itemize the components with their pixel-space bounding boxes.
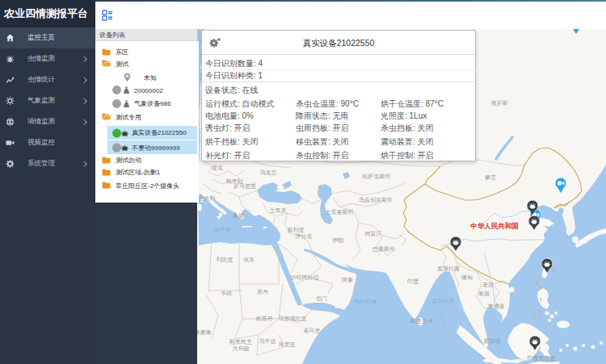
svg-text:肯尼亚: 肯尼亚 — [279, 341, 296, 347]
svg-text:新加坡: 新加坡 — [484, 337, 501, 344]
svg-text:斯里兰卡: 斯里兰卡 — [410, 318, 433, 324]
svg-text:刚果民主: 刚果民主 — [229, 338, 252, 345]
svg-text:孟加拉国: 孟加拉国 — [437, 266, 460, 272]
svg-text:伊拉克: 伊拉克 — [296, 233, 313, 240]
svg-text:南苏丹: 南苏丹 — [256, 316, 273, 321]
svg-text:柬埔寨: 柬埔寨 — [488, 303, 505, 310]
svg-text:共和国: 共和国 — [233, 345, 250, 352]
svg-text:蒙古: 蒙古 — [485, 174, 496, 181]
svg-text:埃及: 埃及 — [242, 257, 255, 262]
svg-text:中华人民共和国: 中华人民共和国 — [470, 222, 519, 230]
svg-text:意大利: 意大利 — [199, 195, 216, 202]
svg-text:印度: 印度 — [407, 278, 419, 285]
svg-text:喀麦隆: 喀麦隆 — [197, 329, 212, 336]
svg-text:地中海: 地中海 — [213, 227, 231, 233]
svg-text:土耳其: 土耳其 — [270, 207, 287, 214]
svg-text:也门: 也门 — [316, 295, 327, 301]
svg-text:印度尼西亚: 印度尼西亚 — [528, 355, 556, 362]
svg-text:捷克: 捷克 — [212, 165, 223, 171]
svg-text:埃塞俄比亚: 埃塞俄比亚 — [278, 316, 307, 322]
svg-text:匈牙利: 匈牙利 — [226, 178, 243, 185]
svg-text:苏丹: 苏丹 — [257, 289, 268, 295]
svg-text:希腊: 希腊 — [232, 213, 244, 220]
svg-text:老挝: 老挝 — [482, 282, 494, 288]
svg-text:沙特阿拉伯: 沙特阿拉伯 — [291, 274, 319, 281]
svg-text:阿曼: 阿曼 — [342, 277, 353, 283]
svg-text:索马里: 索马里 — [304, 328, 321, 333]
svg-text:缅甸: 缅甸 — [461, 274, 473, 281]
svg-text:俄罗斯: 俄罗斯 — [491, 100, 508, 107]
svg-text:叙利亚: 叙利亚 — [288, 227, 305, 233]
svg-text:阿富汗: 阿富汗 — [365, 230, 382, 237]
svg-text:罗马尼亚: 罗马尼亚 — [234, 183, 256, 190]
svg-text:泰国: 泰国 — [478, 291, 490, 297]
svg-text:乌克兰: 乌克兰 — [260, 169, 277, 176]
svg-text:利比亚: 利比亚 — [217, 257, 234, 263]
svg-text:巴基斯坦: 巴基斯坦 — [372, 246, 395, 252]
svg-text:阿拉伯海: 阿拉伯海 — [354, 299, 377, 305]
svg-text:伊朗: 伊朗 — [332, 237, 343, 243]
svg-text:乍得: 乍得 — [221, 291, 232, 297]
svg-text:孟加拉湾: 孟加拉湾 — [431, 298, 454, 304]
svg-text:哈萨克斯坦: 哈萨克斯坦 — [363, 174, 391, 180]
svg-text:乌干达: 乌干达 — [259, 338, 276, 344]
svg-text:土库曼斯坦: 土库曼斯坦 — [326, 209, 354, 215]
svg-text:乌兹别克斯坦: 乌兹别克斯坦 — [359, 197, 393, 203]
